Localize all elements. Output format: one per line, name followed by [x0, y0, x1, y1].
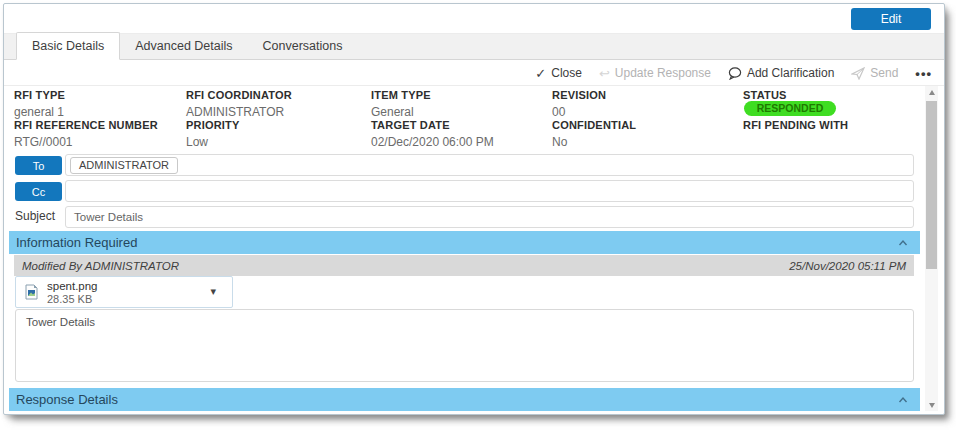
- add-clarification-label: Add Clarification: [747, 66, 834, 80]
- field-label-target-date: TARGET DATE: [371, 119, 450, 131]
- information-required-body-text: Tower Details: [16, 310, 913, 334]
- modified-on-timestamp: 25/Nov/2020 05:11 PM: [789, 260, 906, 272]
- cc-button[interactable]: Cc: [15, 182, 62, 201]
- field-value-revision: 00: [552, 105, 565, 119]
- response-details-title: Response Details: [16, 392, 898, 407]
- reply-icon: ↩: [599, 66, 610, 81]
- scroll-up-button[interactable]: [925, 86, 938, 98]
- to-button[interactable]: To: [15, 156, 62, 175]
- action-toolbar: ✓ Close ↩ Update Response Add Clarificat…: [535, 62, 932, 84]
- check-icon: ✓: [535, 66, 546, 81]
- send-label: Send: [870, 66, 898, 80]
- field-label-rfi-type: RFI TYPE: [14, 89, 65, 101]
- image-file-icon: [25, 284, 38, 300]
- scrollbar-thumb[interactable]: [926, 101, 937, 269]
- update-response-button[interactable]: ↩ Update Response: [599, 66, 711, 81]
- field-label-confidential: CONFIDENTIAL: [552, 119, 636, 131]
- attachment-filesize: 28.35 KB: [47, 293, 92, 305]
- modified-by-text: Modified By ADMINISTRATOR: [22, 260, 789, 272]
- field-label-revision: REVISION: [552, 89, 606, 101]
- field-value-rfi-reference-number: RTG//0001: [14, 135, 72, 149]
- scroll-up-icon: [929, 90, 935, 95]
- more-actions-button[interactable]: •••: [915, 66, 932, 81]
- send-button[interactable]: Send: [851, 66, 898, 80]
- edit-button[interactable]: Edit: [851, 8, 931, 30]
- collapse-icon[interactable]: [898, 395, 908, 405]
- update-response-label: Update Response: [615, 66, 711, 80]
- tab-bar: Basic Details Advanced Details Conversat…: [4, 33, 944, 60]
- subject-field[interactable]: Tower Details: [65, 206, 914, 228]
- send-icon: [851, 67, 865, 80]
- attachment-filename: spent.png: [47, 280, 98, 292]
- status-badge: RESPONDED: [744, 101, 836, 116]
- toolbar-divider: [4, 85, 944, 86]
- attachment-card[interactable]: spent.png 28.35 KB ▾: [15, 276, 233, 308]
- field-label-rfi-coordinator: RFI COORDINATOR: [186, 89, 292, 101]
- field-value-priority: Low: [186, 135, 208, 149]
- tab-conversations[interactable]: Conversations: [248, 33, 358, 59]
- field-label-rfi-pending-with: RFI PENDING WITH: [743, 119, 848, 131]
- speech-bubble-icon: [728, 67, 742, 80]
- modified-info-bar: Modified By ADMINISTRATOR 25/Nov/2020 05…: [14, 255, 914, 276]
- close-label: Close: [551, 66, 582, 80]
- subject-field-value: Tower Details: [66, 207, 913, 227]
- tab-basic-details[interactable]: Basic Details: [16, 32, 120, 60]
- field-value-rfi-coordinator: ADMINISTRATOR: [186, 105, 284, 119]
- field-value-rfi-type: general 1: [14, 105, 64, 119]
- scroll-down-button[interactable]: [925, 399, 938, 411]
- field-label-rfi-reference-number: RFI REFERENCE NUMBER: [14, 119, 158, 131]
- close-button[interactable]: ✓ Close: [535, 66, 582, 81]
- field-label-status: STATUS: [743, 89, 787, 101]
- field-label-item-type: ITEM TYPE: [371, 89, 431, 101]
- rfi-detail-window: Edit Basic Details Advanced Details Conv…: [3, 3, 945, 415]
- attachment-dropdown-icon[interactable]: ▾: [210, 285, 216, 298]
- cc-field[interactable]: [65, 180, 914, 202]
- to-field[interactable]: ADMINISTRATOR: [65, 154, 914, 176]
- to-recipient-chip[interactable]: ADMINISTRATOR: [70, 157, 178, 174]
- information-required-title: Information Required: [16, 235, 898, 250]
- information-required-body[interactable]: Tower Details: [15, 309, 914, 382]
- subject-label: Subject: [15, 209, 55, 223]
- scroll-down-icon: [929, 403, 935, 408]
- field-label-priority: PRIORITY: [186, 119, 240, 131]
- information-required-section-header[interactable]: Information Required: [9, 231, 920, 254]
- field-value-target-date: 02/Dec/2020 06:00 PM: [371, 135, 494, 149]
- tab-advanced-details[interactable]: Advanced Details: [120, 33, 247, 59]
- vertical-scrollbar[interactable]: [925, 86, 938, 411]
- collapse-icon[interactable]: [898, 238, 908, 248]
- field-value-item-type: General: [371, 105, 414, 119]
- response-details-section-header[interactable]: Response Details: [9, 388, 920, 411]
- field-value-confidential: No: [552, 135, 567, 149]
- add-clarification-button[interactable]: Add Clarification: [728, 66, 834, 80]
